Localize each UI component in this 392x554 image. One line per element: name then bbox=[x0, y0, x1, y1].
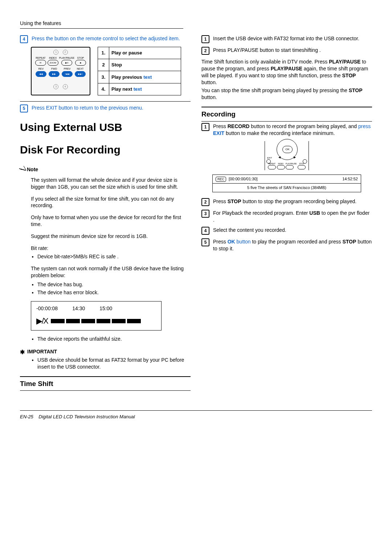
note-p5: Bit rate: bbox=[31, 245, 191, 252]
recording-info-box: REC [00:00:00/01:30] 14:52:52 5 five The… bbox=[212, 175, 361, 192]
step-number-1: 1 bbox=[201, 35, 209, 43]
step-number-1b: 1 bbox=[201, 123, 209, 131]
legend-row-3: 3. Play previous text bbox=[98, 71, 181, 83]
rec-step-2: 2 Press STOP button to stop the program … bbox=[201, 198, 372, 206]
rec-step-3-text: For Playback the recorded program. Enter… bbox=[213, 210, 372, 223]
right-column: 1 Insert the USB device with FAT32 forma… bbox=[201, 35, 372, 392]
step-4-text: Press the button on the remote control t… bbox=[32, 35, 191, 42]
breadcrumb: Using the features bbox=[20, 20, 183, 29]
main-heading-line2: Disk For Recording bbox=[20, 142, 191, 157]
footer-title: Digital LED LCD Television Instruction M… bbox=[38, 414, 135, 419]
problem-bullet-1: The device has bug. bbox=[37, 281, 191, 288]
diagram-label-4: 4 bbox=[63, 84, 68, 89]
note-p2: If you select all the size format for ti… bbox=[31, 196, 191, 209]
step-4: 4 Press the button on the remote control… bbox=[20, 35, 191, 43]
playback-t2: 14:30 bbox=[72, 305, 85, 312]
rec-program-title: 5 five The streets of SAN Francisco (384… bbox=[213, 184, 361, 192]
problem-bullet-2: The device has error block. bbox=[37, 289, 191, 296]
ok-button-icon: OK bbox=[282, 146, 293, 153]
rec-clock: 14:52:52 bbox=[342, 176, 358, 182]
ts-step-1-text: Insert the USB device with FAT32 format … bbox=[213, 35, 372, 42]
rec-step-5: 5 Press OK button to play the program re… bbox=[201, 238, 372, 252]
rec-time-range: [00:00:00/01:30] bbox=[229, 177, 258, 181]
rec-badge: REC bbox=[216, 177, 226, 182]
note-body: The system will format the whole device … bbox=[31, 177, 191, 296]
rec-step-1-text: Press RECORD button to record the progra… bbox=[213, 123, 372, 137]
ts-step-1: 1 Insert the USB device with FAT32 forma… bbox=[201, 35, 372, 43]
note-p4: Suggest the minimum device size for reco… bbox=[31, 233, 191, 240]
ok-remote-diagram: OK ◀ ▶ EXIT REPEAT INDEX PLAY/PAUSE STOP bbox=[265, 141, 309, 170]
step-number-5: 5 bbox=[20, 104, 28, 112]
step-5-text: Press EXIT button to return to the previ… bbox=[32, 104, 191, 111]
step-number-3b: 3 bbox=[201, 210, 209, 218]
rec-step-3: 3 For Playback the recorded program. Ent… bbox=[201, 210, 372, 223]
rec-step-5-text: Press OK button to play the program reco… bbox=[213, 238, 372, 252]
diagram-label-1: 1 bbox=[53, 50, 58, 55]
step-5: 5 Press EXIT button to return to the pre… bbox=[20, 104, 191, 112]
playback-t3: 15:00 bbox=[99, 305, 112, 312]
recording-heading: Recording bbox=[201, 107, 372, 122]
ok-dpad: OK ◀ ▶ bbox=[277, 139, 298, 160]
usb-problem-intro: The system can not work normally if the … bbox=[31, 265, 191, 279]
ts-para-1: Time Shift function is only available in… bbox=[201, 58, 372, 86]
rec-step-2-text: Press STOP button to stop the program re… bbox=[213, 198, 372, 205]
legend-row-2: 2 Stop bbox=[98, 59, 181, 71]
remote-legend-table: 1. Play or pause 2 Stop 3. Play previous… bbox=[98, 47, 181, 95]
legend-row-1: 1. Play or pause bbox=[98, 47, 181, 59]
legend-row-4: 4. Play next text bbox=[98, 83, 181, 95]
playback-diagram: -00:00:08 14:30 15:00 ▶/X bbox=[31, 301, 162, 331]
important-label: IMPORTANT bbox=[20, 348, 191, 355]
note-p3: Only have to format when you use the dev… bbox=[31, 214, 191, 228]
note-p1: The system will format the whole device … bbox=[31, 177, 191, 190]
playback-t1: -00:00:08 bbox=[36, 305, 58, 312]
divider bbox=[20, 101, 191, 102]
problem-bullet-3: The device reports the unfaithful size. bbox=[37, 336, 191, 342]
important-text: USB device should be format as FAT32 for… bbox=[37, 357, 191, 370]
play-pause-symbol: ▶/X bbox=[36, 316, 48, 327]
ts-para-2: You can stop the time shift program bein… bbox=[201, 87, 372, 101]
ts-step-2: 2 Press PLAY/PAUSE button to start times… bbox=[201, 47, 372, 55]
diagram-label-2: 2 bbox=[63, 50, 68, 55]
rec-step-1: 1 Press RECORD button to record the prog… bbox=[201, 123, 372, 137]
step-number-4: 4 bbox=[20, 35, 28, 43]
time-shift-heading: Time Shift bbox=[20, 376, 191, 391]
step-number-5b: 5 bbox=[201, 238, 209, 246]
page-number: EN-25 bbox=[20, 414, 33, 419]
progress-bar bbox=[51, 319, 141, 323]
note-label: Note bbox=[20, 166, 191, 173]
diagram-label-3: 3 bbox=[53, 84, 58, 89]
step-number-2: 2 bbox=[201, 47, 209, 55]
remote-diagram: 1 2 REPEAT✉ INDEXZOOM PLAY/PAUSE▶II STOP… bbox=[31, 47, 90, 95]
rec-step-4: 4 Select the content you recorded. bbox=[201, 227, 372, 235]
bitrate-bullet: Device bit-rate>5MB/s REC is safe . bbox=[37, 253, 191, 260]
step-number-4b: 4 bbox=[201, 227, 209, 235]
ts-step-2-text: Press PLAY/PAUSE button to start timeshi… bbox=[213, 47, 372, 54]
step-number-2b: 2 bbox=[201, 198, 209, 206]
rec-step-4-text: Select the content you recorded. bbox=[213, 227, 372, 234]
page-footer: EN-25 Digital LED LCD Television Instruc… bbox=[20, 410, 372, 420]
left-column: 4 Press the button on the remote control… bbox=[20, 35, 191, 392]
main-heading-line1: Using External USB bbox=[20, 120, 191, 135]
